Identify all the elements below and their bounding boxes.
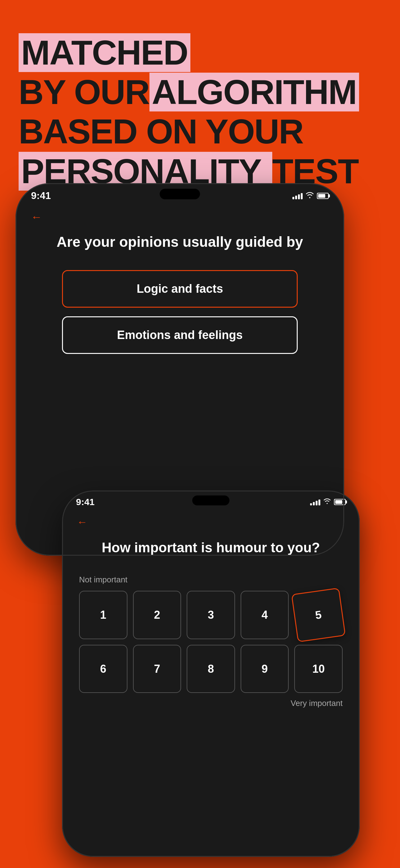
scale-btn-2[interactable]: 2: [133, 591, 181, 639]
back-button-small[interactable]: ←: [77, 516, 88, 528]
scale-label-very-important: Very important: [79, 699, 343, 708]
headline-row-2: BY OUR ALGORITHM: [19, 73, 381, 111]
battery-icon: [317, 193, 329, 199]
scale-btn-4[interactable]: 4: [241, 591, 289, 639]
wifi-icon-small: [324, 498, 331, 506]
headline-based: BASED ON YOUR: [19, 113, 303, 151]
status-icons-large: [292, 191, 329, 200]
phone-content-large: Are your opinions usually guided by Logi…: [15, 233, 344, 363]
scale-btn-1[interactable]: 1: [79, 591, 128, 639]
scale-btn-5[interactable]: 5: [291, 588, 346, 642]
option-emotions[interactable]: Emotions and feelings: [62, 316, 298, 354]
battery-icon-small: [334, 499, 346, 505]
headline-matched: MATCHED: [19, 33, 190, 72]
time-large: 9:41: [31, 190, 51, 202]
status-bar-large: 9:41: [15, 190, 344, 202]
scale-btn-8[interactable]: 8: [187, 645, 235, 693]
scale-btn-10[interactable]: 10: [294, 645, 343, 693]
question-small: How important is humour to you?: [102, 538, 320, 556]
phone-content-small: How important is humour to you? Not impo…: [62, 538, 360, 708]
scale-grid-bottom: 6 7 8 9 10: [79, 645, 343, 693]
back-button-large[interactable]: ←: [31, 211, 42, 223]
status-bar-small: 9:41: [62, 497, 360, 507]
headline-row-3: BASED ON YOUR: [19, 113, 381, 151]
headline-section: MATCHED BY OUR ALGORITHM BASED ON YOUR P…: [19, 34, 381, 191]
phone-small: 9:41 ← How important is humour to you?: [62, 491, 360, 857]
scale-label-not-important: Not important: [79, 575, 343, 585]
scale-btn-6[interactable]: 6: [79, 645, 128, 693]
headline-by-our: BY OUR: [19, 73, 149, 111]
option-logic[interactable]: Logic and facts: [62, 270, 298, 308]
question-large: Are your opinions usually guided by: [57, 233, 303, 251]
signal-icon-small: [310, 499, 320, 505]
scale-grid-top: 1 2 3 4 5: [79, 591, 343, 639]
time-small: 9:41: [76, 497, 95, 507]
scale-section: Not important 1 2 3 4 5 6 7 8 9 10 Very …: [79, 575, 343, 708]
signal-icon: [292, 192, 303, 199]
status-icons-small: [310, 498, 346, 506]
wifi-icon: [306, 191, 314, 200]
scale-btn-3[interactable]: 3: [187, 591, 235, 639]
scale-btn-9[interactable]: 9: [241, 645, 289, 693]
headline-algorithm: ALGORITHM: [149, 73, 359, 112]
headline-row-1: MATCHED: [19, 34, 381, 72]
scale-btn-7[interactable]: 7: [133, 645, 181, 693]
